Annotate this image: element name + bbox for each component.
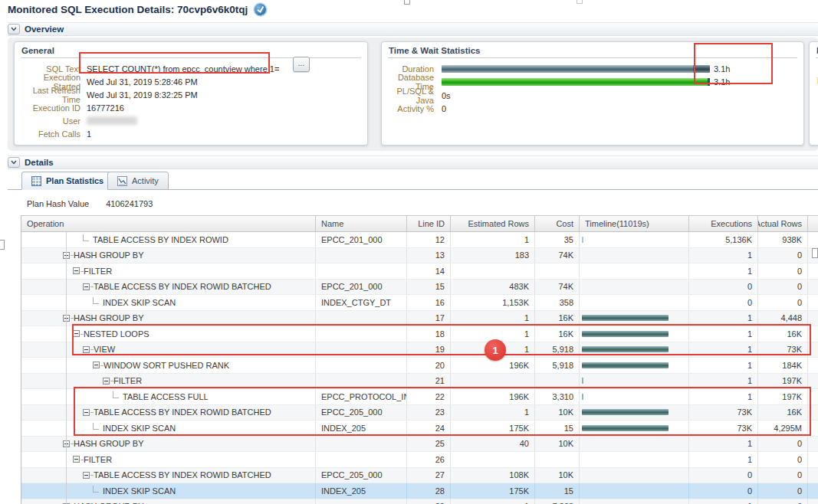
collapse-node-icon[interactable] <box>83 472 90 479</box>
sql-text-expand-button[interactable]: ... <box>293 57 310 72</box>
executions-cell: 1 <box>689 311 758 326</box>
bar-endcap <box>708 78 710 86</box>
name-cell <box>316 452 407 467</box>
actual-rows-cell: 184K <box>758 358 808 373</box>
spare-cell <box>808 483 818 499</box>
spare-cell <box>808 405 818 421</box>
spare-cell <box>808 280 818 295</box>
executions-cell: 1 <box>689 342 758 358</box>
plan-row-16[interactable]: INDEX SKIP SCANINDEX_CTGY_DT161,153K3580… <box>21 295 818 311</box>
annotation-handle <box>812 248 818 258</box>
collapse-node-icon[interactable] <box>93 362 100 368</box>
actual-rows-cell: 0 <box>758 468 808 483</box>
time-wait-panel: Time & Wait Statistics Duration3.1hDatab… <box>381 41 804 146</box>
plan-row-19[interactable]: VIEW1915,918173K <box>21 342 818 358</box>
name-cell <box>316 342 407 358</box>
plan-row-15[interactable]: TABLE ACCESS BY INDEX ROWID BATCHEDEPCC_… <box>21 280 818 296</box>
column-header-operation[interactable]: Operation <box>21 216 316 231</box>
stat-content: 0 <box>442 104 446 113</box>
line-id-cell: 20 <box>407 358 451 373</box>
plan-row-23[interactable]: TABLE ACCESS BY INDEX ROWID BATCHEDEPCC_… <box>21 405 818 421</box>
line-id-cell: 17 <box>407 311 451 326</box>
actual-rows-cell: 0 <box>758 437 808 452</box>
plan-row-20[interactable]: WINDOW SORT PUSHED RANK20196K5,9181184K <box>21 358 818 374</box>
timeline-cell <box>580 468 689 483</box>
plan-row-21[interactable]: FILTER211197K <box>21 374 818 390</box>
timeline-cell <box>580 248 689 263</box>
tab-plan-statistics[interactable]: Plan Statistics <box>21 172 113 190</box>
tree-guide-line <box>66 232 67 504</box>
operation-label: HASH GROUP BY <box>74 439 144 448</box>
executions-cell: 0 <box>689 280 758 295</box>
general-field-row: User <box>15 114 367 127</box>
plan-row-26[interactable]: FILTER2610 <box>21 452 818 468</box>
bar-endcap <box>693 65 710 73</box>
plan-row-24[interactable]: INDEX SKIP SCANINDEX_20524175K1573K4,295… <box>21 421 818 437</box>
name-cell: INDEX_CTGY_DT <box>316 295 407 310</box>
column-header-executions[interactable]: Executions <box>689 216 758 231</box>
field-value <box>87 116 137 125</box>
cost-cell: 74K <box>535 248 580 263</box>
operation-label: WINDOW SORT PUSHED RANK <box>103 361 229 370</box>
leaf-connector-icon <box>93 423 99 430</box>
executions-cell: 1 <box>689 374 758 389</box>
collapse-node-icon[interactable] <box>103 378 110 385</box>
line-id-cell: 13 <box>407 248 451 263</box>
plan-row-18[interactable]: NESTED LOOPS18116K116K <box>21 326 818 342</box>
column-header-timeline-11019s-[interactable]: Timeline(11019s) <box>580 216 689 231</box>
spare-cell <box>808 374 818 389</box>
timeline-cell <box>580 389 689 404</box>
cost-cell <box>535 263 580 279</box>
plan-row-12[interactable]: TABLE ACCESS BY INDEX ROWIDEPCC_201_0001… <box>21 232 818 248</box>
timeline-bar <box>582 409 669 415</box>
line-id-cell: 24 <box>407 421 451 436</box>
executions-cell: 73K <box>689 405 758 421</box>
column-header-name[interactable]: Name <box>316 216 407 231</box>
overview-collapse-button[interactable] <box>8 24 20 34</box>
spare-cell <box>808 389 818 404</box>
column-header-actual-rows[interactable]: Actual Rows <box>758 216 808 231</box>
name-cell: EPCC_205_000 <box>316 468 407 483</box>
leaf-connector-icon <box>93 297 99 304</box>
estimated-rows-cell: 183 <box>451 248 535 263</box>
plan-table-body: TABLE ACCESS BY INDEX ROWIDEPCC_201_0001… <box>21 232 818 504</box>
line-id-cell: 14 <box>407 263 451 279</box>
tab-activity[interactable]: Activity <box>107 172 169 190</box>
name-cell: EPCC_PROTOCOL_INFO <box>316 389 407 404</box>
column-header-cost[interactable]: Cost <box>535 216 580 231</box>
plan-row-27[interactable]: TABLE ACCESS BY INDEX ROWID BATCHEDEPCC_… <box>21 468 818 484</box>
details-collapse-button[interactable] <box>8 157 20 168</box>
plan-row-17[interactable]: HASH GROUP BY17116K14,448 <box>21 311 818 327</box>
column-header-line-id[interactable]: Line ID <box>407 216 451 231</box>
line-id-cell: 27 <box>407 468 451 483</box>
leaf-connector-icon <box>93 486 99 493</box>
spare-cell <box>808 358 818 373</box>
operation-label: INDEX SKIP SCAN <box>103 486 176 496</box>
field-value: 16777216 <box>87 103 124 113</box>
cost-cell: 16K <box>535 326 580 342</box>
plan-row-22[interactable]: TABLE ACCESS FULLEPCC_PROTOCOL_INFO22196… <box>21 389 818 405</box>
annotation-handle <box>404 0 410 5</box>
spare-cell <box>808 311 818 326</box>
operation-label: VIEW <box>94 345 115 354</box>
collapse-node-icon[interactable] <box>73 456 80 463</box>
name-cell: INDEX_205 <box>316 421 407 436</box>
collapse-node-icon[interactable] <box>83 283 90 290</box>
field-value: SELECT COUNT(*) from epcc_countview wher… <box>87 64 279 74</box>
plan-row-29[interactable]: HASH GROUP BY2917,26310 <box>21 499 818 504</box>
stat-value: 0 <box>442 104 446 113</box>
cost-cell: 10K <box>535 468 580 483</box>
plan-row-25[interactable]: HASH GROUP BY254010K10 <box>21 437 818 453</box>
collapse-node-icon[interactable] <box>73 267 80 274</box>
collapse-node-icon[interactable] <box>73 330 80 337</box>
plan-row-28[interactable]: INDEX SKIP SCANINDEX_20528175K1500 <box>21 483 818 499</box>
column-header-estimated-rows[interactable]: Estimated Rows <box>451 216 535 231</box>
collapse-node-icon[interactable] <box>83 409 90 416</box>
plan-row-14[interactable]: FILTER1410 <box>21 263 818 280</box>
spare-cell <box>808 232 818 247</box>
timeline-cell <box>580 311 689 326</box>
plan-row-13[interactable]: HASH GROUP BY1318374K10 <box>21 248 818 264</box>
actual-rows-cell: 197K <box>758 389 808 404</box>
overview-section-bar: Overview <box>8 22 818 36</box>
collapse-node-icon[interactable] <box>83 346 90 353</box>
